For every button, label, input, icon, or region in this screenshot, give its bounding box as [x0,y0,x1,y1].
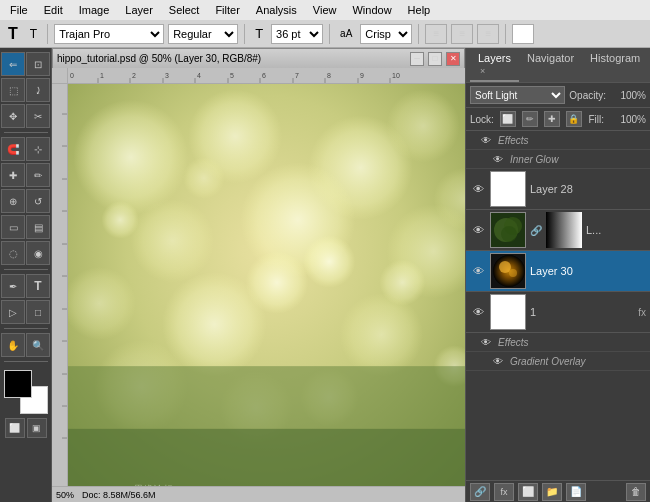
zoom-tool[interactable]: 🔍 [26,333,50,357]
doc-info: Doc: 8.58M/56.6M [82,490,156,500]
blend-mode-select[interactable]: Soft Light [470,86,565,104]
doc-restore-btn[interactable]: □ [428,52,442,66]
brush-tool[interactable]: ✏ [26,163,50,187]
add-mask-btn[interactable]: ⬜ [518,483,538,501]
quick-select-tool[interactable]: ✥ [1,104,25,128]
layer-fx-btn[interactable]: fx [494,483,514,501]
fill-label: Fill: [588,114,604,125]
lock-transparent-btn[interactable]: ⬜ [500,111,516,127]
fill-value[interactable]: 100% [610,114,646,125]
menu-help[interactable]: Help [402,2,437,18]
svg-text:2: 2 [132,72,136,79]
inner-glow-item[interactable]: 👁 Inner Glow [466,150,650,169]
svg-text:7: 7 [295,72,299,79]
toolbar-divider-1 [47,24,48,44]
layer-item-masked[interactable]: 👁 🔗 [466,210,650,251]
quick-mask-btn[interactable]: ⬜ [5,418,25,438]
menu-window[interactable]: Window [346,2,397,18]
new-group-btn[interactable]: 📁 [542,483,562,501]
foreground-color[interactable] [4,370,32,398]
layer-link-btn[interactable]: 🔗 [470,483,490,501]
opacity-label: Opacity: [569,90,606,101]
toolbar-divider-3 [329,24,330,44]
gradient-overlay-item[interactable]: 👁 Gradient Overlay [466,352,650,371]
svg-point-51 [379,260,425,306]
tools-panel: ⇐ ⊡ ⬚ ⤸ ✥ ✂ 🧲 ⊹ ✚ ✏ ⊕ ↺ ▭ ▤ ◌ ◉ [0,48,52,502]
delete-layer-btn[interactable]: 🗑 [626,483,646,501]
hand-tool[interactable]: ✋ [1,333,25,357]
marquee-tool[interactable]: ⬚ [1,78,25,102]
layer-item-28[interactable]: 👁 Layer 28 [466,169,650,210]
menu-layer[interactable]: Layer [119,2,159,18]
doc-close-btn[interactable]: ✕ [446,52,460,66]
layer-1-name: 1 [530,306,634,318]
menu-analysis[interactable]: Analysis [250,2,303,18]
inner-glow-visibility[interactable]: 👁 [490,151,506,167]
crop-tool[interactable]: ✂ [26,104,50,128]
stamp-tool[interactable]: ⊕ [1,189,25,213]
layer-item-1[interactable]: 👁 1 fx [466,292,650,333]
menu-image[interactable]: Image [73,2,116,18]
doc-minimize-btn[interactable]: ─ [410,52,424,66]
lock-position-btn[interactable]: ✚ [544,111,560,127]
effects-visibility-2[interactable]: 👁 [478,334,494,350]
menu-filter[interactable]: Filter [209,2,245,18]
font-family-select[interactable]: Trajan Pro [54,24,164,44]
artboard-tool[interactable]: ⊡ [26,52,50,76]
history-tool[interactable]: ↺ [26,189,50,213]
ruler-tool[interactable]: ⊹ [26,137,50,161]
heal-tool[interactable]: ✚ [1,163,25,187]
tab-navigator[interactable]: Navigator [519,48,582,82]
gradient-tool[interactable]: ▤ [26,215,50,239]
layer-28-visibility[interactable]: 👁 [470,181,486,197]
color-switcher[interactable] [4,370,48,414]
font-style-select[interactable]: Regular [168,24,238,44]
layer-item-30[interactable]: 👁 [466,251,650,292]
eyedropper-tool[interactable]: 🧲 [1,137,25,161]
shape-tool[interactable]: □ [26,300,50,324]
text-tool-icon[interactable]: T [4,23,22,45]
tool-separator-1 [4,132,48,133]
lasso-tool[interactable]: ⤸ [26,78,50,102]
tab-layers[interactable]: Layers × [470,48,519,82]
align-center-button[interactable]: ≡ [451,24,473,44]
layer-28-name: Layer 28 [530,183,646,195]
dodge-tool[interactable]: ◉ [26,241,50,265]
tool-row-3: ✥ ✂ [1,104,50,128]
text-rotate-icon[interactable]: T [26,25,41,43]
move-tool[interactable]: ⇐ [1,52,25,76]
font-aa-select[interactable]: Crisp [360,24,412,44]
layer-30-visibility[interactable]: 👁 [470,263,486,279]
opacity-value[interactable]: 100% [610,90,646,101]
new-layer-btn[interactable]: 📄 [566,483,586,501]
layer-mask-link-icon[interactable]: 🔗 [530,212,542,248]
menu-file[interactable]: File [4,2,34,18]
type-tool[interactable]: T [26,274,50,298]
tab-histogram[interactable]: Histogram [582,48,648,82]
blur-tool[interactable]: ◌ [1,241,25,265]
lock-pixels-btn[interactable]: ✏ [522,111,538,127]
lock-all-btn[interactable]: 🔒 [566,111,582,127]
effects-label-2: Effects [498,337,529,348]
ruler-corner [52,68,68,84]
tool-row-6: ⊕ ↺ [1,189,50,213]
effects-visibility-1[interactable]: 👁 [478,132,494,148]
align-right-button[interactable]: ≡ [477,24,499,44]
gradient-overlay-visibility[interactable]: 👁 [490,353,506,369]
layer-1-thumbnail [490,294,526,330]
menu-edit[interactable]: Edit [38,2,69,18]
align-left-button[interactable]: ≡ [425,24,447,44]
pen-tool[interactable]: ✒ [1,274,25,298]
screen-mode-btn[interactable]: ▣ [27,418,47,438]
color-swatch-box[interactable] [512,24,534,44]
menu-select[interactable]: Select [163,2,206,18]
layer-masked-visibility[interactable]: 👁 [470,222,486,238]
svg-text:8: 8 [327,72,331,79]
font-size-select[interactable]: 36 pt [271,24,323,44]
path-select-tool[interactable]: ▷ [1,300,25,324]
eraser-tool[interactable]: ▭ [1,215,25,239]
tab-close-icon[interactable]: × [480,66,485,76]
layer-1-visibility[interactable]: 👁 [470,304,486,320]
svg-point-35 [73,100,188,215]
menu-view[interactable]: View [307,2,343,18]
